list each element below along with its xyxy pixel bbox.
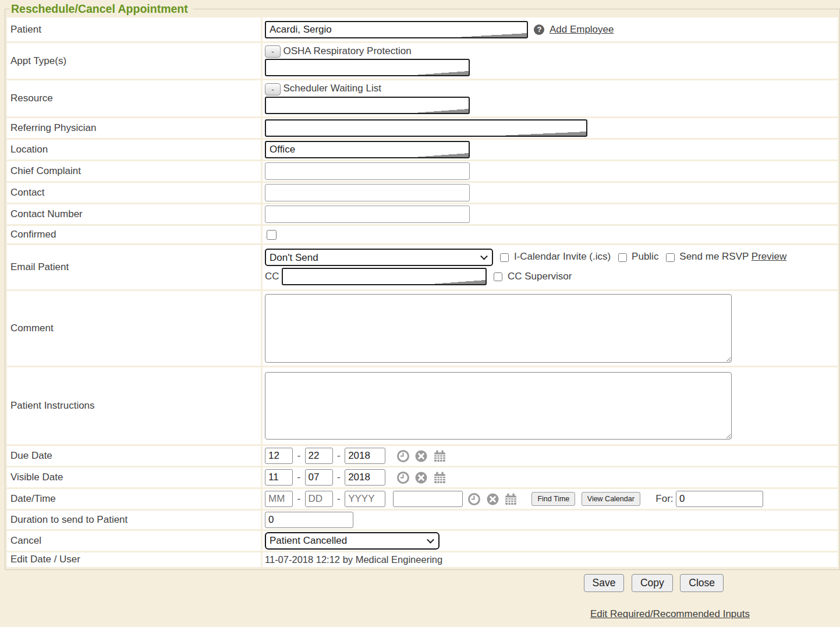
due-date-month-input[interactable]	[265, 448, 293, 464]
date-separator: -	[297, 472, 300, 483]
public-label: Public	[632, 251, 658, 262]
help-icon[interactable]: ?	[534, 24, 544, 35]
due-date-year-input[interactable]	[345, 448, 385, 464]
resource-collapse-button[interactable]: -	[265, 83, 281, 95]
email-send-select-wrap: Don't Send	[265, 249, 493, 266]
edit-date-user-label: Edit Date / User	[7, 552, 261, 567]
save-button[interactable]: Save	[584, 574, 625, 592]
email-patient-row: Email Patient Don't Send I-Calendar Invi…	[7, 245, 838, 289]
date-separator: -	[337, 450, 341, 461]
datetime-year-input[interactable]	[345, 491, 385, 507]
chief-complaint-row: Chief Complaint	[7, 161, 838, 181]
appt-type-label: Appt Type(s)	[7, 43, 261, 79]
visible-date-row: Visible Date - -	[7, 467, 838, 487]
comment-label: Comment	[7, 291, 261, 366]
appt-type-row: Appt Type(s) - OSHA Respiratory Protecti…	[7, 43, 838, 79]
edit-date-user-value: 11-07-2018 12:12 by Medical Engineering	[265, 554, 442, 565]
referring-physician-label: Referring Physician	[7, 118, 261, 138]
view-calendar-button[interactable]: View Calendar	[582, 492, 640, 506]
preview-link[interactable]: Preview	[752, 251, 786, 262]
appointment-form-table: Patient ? Add Employee Appt Type(s) - OS…	[5, 16, 839, 569]
visible-date-month-input[interactable]	[265, 469, 293, 486]
resource-selected-text: Scheduler Waiting List	[283, 83, 381, 94]
cancel-select-wrap: Patient Cancelled	[265, 532, 440, 550]
visible-date-day-input[interactable]	[305, 469, 333, 486]
patient-instructions-row: Patient Instructions	[7, 367, 838, 444]
rsvp-checkbox[interactable]	[666, 253, 675, 262]
confirmed-row: Confirmed	[7, 226, 838, 243]
reschedule-cancel-form: Reschedule/Cancel Appointment Patient ? …	[5, 2, 840, 570]
duration-input[interactable]	[265, 512, 353, 528]
form-actions: Save Copy Close	[0, 574, 724, 592]
referring-physician-row: Referring Physician	[7, 118, 838, 138]
cancel-label: Cancel	[7, 531, 261, 551]
contact-number-row: Contact Number	[7, 204, 838, 224]
edit-date-user-row: Edit Date / User 11-07-2018 12:12 by Med…	[7, 552, 838, 567]
date-time-row: Date/Time - -	[7, 489, 838, 509]
contact-input[interactable]	[265, 184, 470, 201]
date-separator: -	[297, 493, 300, 504]
copy-button[interactable]: Copy	[632, 574, 673, 592]
email-send-select[interactable]: Don't Send	[265, 249, 493, 266]
duration-label: Duration to send to Patient	[7, 511, 261, 529]
date-separator: -	[337, 472, 341, 483]
edit-required-inputs-link[interactable]: Edit Required/Recommended Inputs	[590, 608, 750, 619]
close-button[interactable]: Close	[680, 574, 724, 592]
page-title: Reschedule/Cancel Appointment	[10, 2, 193, 16]
confirmed-label: Confirmed	[7, 226, 261, 243]
patient-label: Patient	[7, 17, 261, 41]
confirmed-checkbox[interactable]	[267, 230, 277, 240]
ical-invite-label: I-Calendar Invite (.ics)	[514, 251, 611, 262]
email-patient-label: Email Patient	[7, 245, 261, 289]
visible-date-year-input[interactable]	[345, 469, 385, 486]
rsvp-label: Send me RSVP	[679, 251, 749, 262]
for-input[interactable]	[676, 491, 763, 507]
contact-row: Contact	[7, 183, 838, 203]
appt-type-selected-text: OSHA Respiratory Protection	[283, 45, 411, 56]
add-employee-link[interactable]: Add Employee	[550, 24, 614, 35]
patient-input[interactable]	[265, 21, 528, 38]
due-date-day-input[interactable]	[305, 448, 333, 464]
chief-complaint-label: Chief Complaint	[7, 161, 261, 181]
calendar-icon[interactable]	[504, 493, 518, 506]
find-time-button[interactable]: Find Time	[531, 492, 575, 506]
clock-icon[interactable]	[467, 493, 481, 506]
clock-icon[interactable]	[396, 449, 410, 463]
datetime-month-input[interactable]	[265, 491, 293, 507]
cc-input[interactable]	[282, 268, 487, 285]
chief-complaint-input[interactable]	[265, 162, 470, 180]
due-date-row: Due Date - -	[7, 446, 838, 466]
resource-input[interactable]	[265, 97, 470, 114]
clear-icon[interactable]	[414, 449, 428, 463]
due-date-label: Due Date	[7, 446, 261, 466]
contact-label: Contact	[7, 183, 261, 203]
resource-row: Resource - Scheduler Waiting List	[7, 80, 838, 116]
appt-type-collapse-button[interactable]: -	[265, 45, 281, 58]
patient-instructions-label: Patient Instructions	[7, 367, 261, 444]
location-input[interactable]	[265, 141, 470, 158]
comment-textarea[interactable]	[265, 294, 732, 363]
clock-icon[interactable]	[396, 471, 410, 484]
comment-row: Comment	[7, 291, 838, 366]
referring-physician-input[interactable]	[265, 119, 587, 137]
datetime-time-input[interactable]	[393, 491, 463, 507]
datetime-day-input[interactable]	[305, 491, 333, 507]
public-checkbox[interactable]	[618, 253, 627, 262]
cc-supervisor-checkbox[interactable]	[494, 272, 502, 281]
visible-date-label: Visible Date	[7, 467, 261, 487]
cancel-row: Cancel Patient Cancelled	[7, 531, 838, 551]
calendar-icon[interactable]	[433, 449, 446, 463]
location-label: Location	[7, 140, 261, 160]
cancel-select[interactable]: Patient Cancelled	[265, 532, 440, 550]
patient-instructions-textarea[interactable]	[265, 372, 732, 440]
clear-icon[interactable]	[414, 471, 428, 484]
location-row: Location	[7, 140, 838, 160]
ical-invite-checkbox[interactable]	[500, 253, 509, 262]
cc-supervisor-label: CC Supervisor	[508, 271, 572, 282]
appt-type-input[interactable]	[265, 59, 470, 76]
duration-row: Duration to send to Patient	[7, 511, 838, 529]
calendar-icon[interactable]	[433, 471, 446, 484]
contact-number-input[interactable]	[265, 206, 470, 223]
clear-icon[interactable]	[486, 493, 499, 506]
for-label: For:	[655, 493, 673, 504]
